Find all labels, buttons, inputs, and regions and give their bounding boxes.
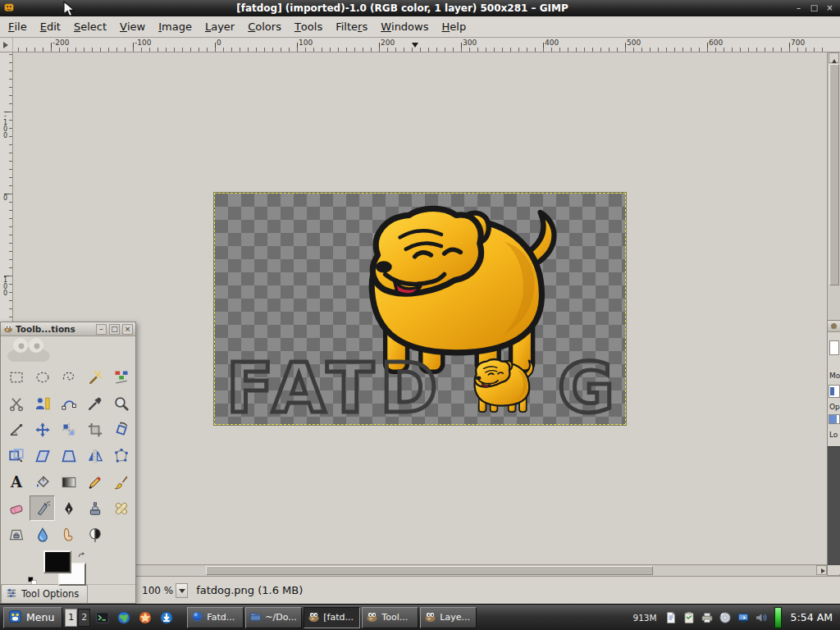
tool-options-icon bbox=[6, 587, 17, 601]
toolbox-titlebar[interactable]: Toolb...tions – □ × bbox=[1, 322, 135, 336]
tool-scissors-select[interactable] bbox=[3, 390, 29, 416]
menu-button[interactable]: Menu bbox=[3, 607, 62, 628]
ruler-corner-menu-button[interactable] bbox=[0, 38, 13, 52]
tool-flip[interactable] bbox=[82, 443, 107, 468]
tool-measure[interactable] bbox=[3, 417, 29, 442]
tool-cage-transform[interactable] bbox=[108, 443, 134, 468]
launcher-download-icon[interactable] bbox=[157, 608, 176, 628]
tool-fuzzy-select[interactable] bbox=[82, 364, 107, 390]
tool-bucket-fill[interactable] bbox=[30, 469, 55, 495]
wilber-icon bbox=[424, 610, 436, 625]
toolbox-minimize-button[interactable]: – bbox=[96, 324, 107, 335]
wilber-icon bbox=[366, 610, 378, 625]
layers-mode-dropdown[interactable] bbox=[829, 385, 840, 398]
fatdog-artwork[interactable]: FATD G bbox=[215, 194, 625, 424]
menu-help[interactable]: Help bbox=[435, 16, 472, 37]
tool-shear[interactable] bbox=[30, 443, 55, 468]
zoom-level[interactable]: 100 % bbox=[139, 585, 176, 596]
layers-titlebar[interactable] bbox=[828, 321, 840, 332]
vertical-scrollbar-thumb[interactable] bbox=[829, 64, 839, 285]
menu-filters[interactable]: Filters bbox=[329, 16, 374, 37]
launcher-browser-icon[interactable] bbox=[114, 608, 134, 628]
wilber-icon bbox=[3, 323, 13, 335]
task-window-do[interactable]: ~/Do... bbox=[245, 607, 302, 628]
menu-file[interactable]: File bbox=[2, 16, 34, 37]
toolbox-title: Toolb...tions bbox=[16, 324, 94, 334]
tray-volume-icon[interactable] bbox=[753, 609, 769, 626]
tool-paintbrush[interactable] bbox=[108, 469, 134, 495]
tool-heal[interactable] bbox=[108, 495, 134, 521]
tool-foreground-select[interactable] bbox=[30, 390, 55, 416]
up-arrow-icon bbox=[832, 57, 837, 63]
horizontal-ruler[interactable]: -200-1000100200300400500600700 bbox=[13, 38, 827, 52]
tool-paths[interactable] bbox=[56, 390, 81, 416]
tool-eraser[interactable] bbox=[3, 495, 29, 521]
task-window-fatd[interactable]: Fatd... bbox=[187, 607, 244, 628]
tool-align[interactable] bbox=[56, 417, 81, 442]
layers-list[interactable] bbox=[828, 446, 840, 565]
minimize-button[interactable]: – bbox=[792, 2, 806, 15]
tool-blend[interactable] bbox=[56, 469, 81, 495]
maximize-button[interactable]: □ bbox=[807, 2, 821, 15]
scroll-up-button[interactable] bbox=[829, 52, 839, 63]
tool-perspective-clone[interactable] bbox=[3, 522, 29, 547]
task-window-fatd[interactable]: [fatd... bbox=[304, 607, 360, 628]
launcher-package-icon[interactable] bbox=[135, 608, 155, 628]
toolbox-close-button[interactable]: × bbox=[122, 324, 133, 335]
task-window-label: Fatd... bbox=[207, 612, 235, 623]
canvas-image[interactable]: FATD G bbox=[214, 193, 626, 425]
tray-disc-icon[interactable] bbox=[717, 609, 733, 626]
tray-clipboard-icon[interactable] bbox=[681, 609, 697, 626]
tool-rectangle-select[interactable] bbox=[3, 364, 29, 390]
tool-color-picker[interactable] bbox=[82, 390, 107, 416]
menu-edit[interactable]: Edit bbox=[34, 16, 67, 37]
task-window-label: ~/Do... bbox=[265, 612, 296, 623]
tool-zoom[interactable] bbox=[108, 390, 134, 416]
menu-colors[interactable]: Colors bbox=[241, 16, 288, 37]
task-window-laye[interactable]: Laye... bbox=[420, 607, 477, 628]
layers-mode-label: Mo bbox=[829, 372, 840, 380]
tool-scale[interactable] bbox=[3, 443, 29, 468]
tool-blur-sharpen[interactable] bbox=[30, 522, 55, 547]
tool-select-by-color[interactable] bbox=[108, 364, 134, 390]
tool-free-select[interactable] bbox=[56, 364, 81, 390]
horizontal-scrollbar-thumb[interactable] bbox=[206, 566, 653, 575]
window-titlebar[interactable]: [fatdog] (imported)-1.0 (RGB color, 1 la… bbox=[0, 0, 840, 16]
toolbox-window: Toolb...tions – □ × A Tool Options bbox=[0, 322, 136, 604]
tool-ellipse-select[interactable] bbox=[30, 364, 55, 390]
scroll-right-button[interactable] bbox=[816, 565, 827, 575]
tray-network-icon[interactable] bbox=[735, 609, 751, 626]
tool-rotate[interactable] bbox=[108, 417, 134, 442]
workspace-1[interactable]: 1 bbox=[65, 609, 77, 627]
tool-move[interactable] bbox=[30, 417, 55, 442]
tool-options-tab[interactable]: Tool Options bbox=[1, 584, 88, 603]
layers-opacity-slider[interactable] bbox=[829, 414, 840, 424]
layers-window-sliver[interactable]: Mo Op Lo bbox=[827, 320, 840, 574]
close-button[interactable]: × bbox=[823, 2, 837, 15]
tool-text[interactable]: A bbox=[3, 469, 29, 495]
dropdown-arrow-icon bbox=[179, 589, 185, 596]
menu-view[interactable]: View bbox=[113, 16, 152, 37]
tray-printer-icon[interactable] bbox=[699, 609, 715, 626]
tool-ink[interactable] bbox=[56, 495, 81, 521]
toolbox-maximize-button[interactable]: □ bbox=[109, 324, 120, 335]
tool-clone[interactable] bbox=[82, 495, 107, 521]
zoom-dropdown-button[interactable] bbox=[176, 583, 188, 598]
hruler-label-100: 100 bbox=[299, 39, 313, 47]
menu-select[interactable]: Select bbox=[67, 16, 113, 37]
foreground-color-swatch[interactable] bbox=[43, 550, 71, 573]
launcher-terminal-icon[interactable] bbox=[93, 608, 112, 628]
tool-airbrush[interactable] bbox=[30, 495, 55, 521]
tool-dodge-burn[interactable] bbox=[82, 522, 107, 547]
menu-tools[interactable]: Tools bbox=[288, 16, 329, 37]
tool-pencil[interactable] bbox=[82, 469, 107, 495]
menu-layer[interactable]: Layer bbox=[199, 16, 241, 37]
tray-document-icon[interactable] bbox=[663, 609, 679, 626]
menu-windows[interactable]: Windows bbox=[374, 16, 435, 37]
tool-smudge[interactable] bbox=[56, 522, 81, 547]
tool-crop[interactable] bbox=[82, 417, 107, 442]
workspace-2[interactable]: 2 bbox=[78, 609, 90, 627]
task-window-tool[interactable]: Tool... bbox=[362, 607, 418, 628]
menu-image[interactable]: Image bbox=[152, 16, 199, 37]
tool-perspective[interactable] bbox=[56, 443, 81, 468]
